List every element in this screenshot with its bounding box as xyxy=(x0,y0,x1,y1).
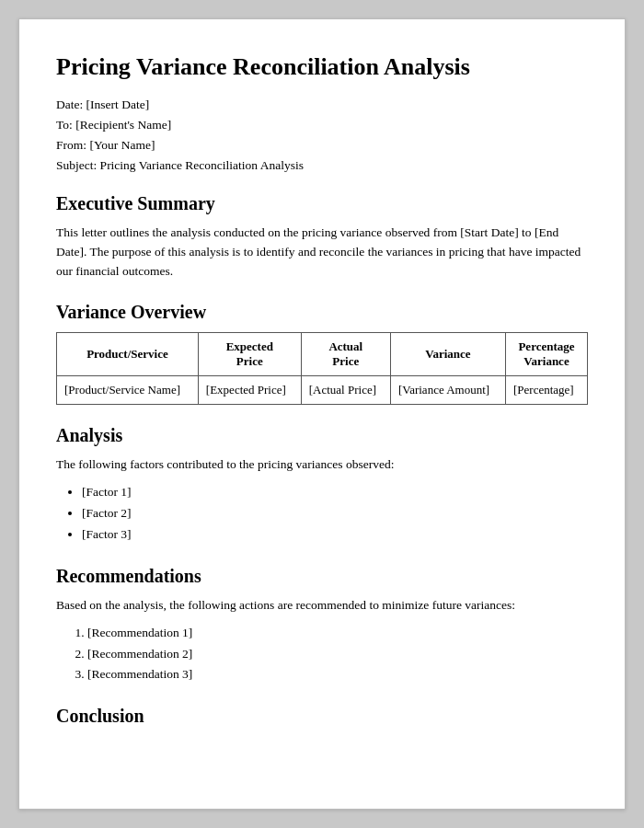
table-cell: [Expected Price] xyxy=(198,375,301,404)
document-container: Pricing Variance Reconciliation Analysis… xyxy=(18,18,626,810)
list-item: [Factor 3] xyxy=(82,524,588,546)
col-header-percentage: PercentageVariance xyxy=(505,332,587,375)
variance-overview-heading: Variance Overview xyxy=(56,302,588,323)
list-item: [Recommendation 1] xyxy=(87,623,588,644)
analysis-intro: The following factors contributed to the… xyxy=(56,455,588,475)
factors-list: [Factor 1][Factor 2][Factor 3] xyxy=(82,482,588,546)
meta-subject: Subject: Pricing Variance Reconciliation… xyxy=(56,158,588,173)
table-cell: [Actual Price] xyxy=(301,375,390,404)
col-header-expected: ExpectedPrice xyxy=(198,332,301,375)
col-header-variance: Variance xyxy=(390,332,505,375)
list-item: [Factor 2] xyxy=(82,503,588,524)
table-cell: [Variance Amount] xyxy=(390,375,505,404)
list-item: [Recommendation 3] xyxy=(87,664,588,685)
table-row: [Product/Service Name][Expected Price][A… xyxy=(57,375,588,404)
meta-from: From: [Your Name] xyxy=(56,138,588,153)
document-title: Pricing Variance Reconciliation Analysis xyxy=(56,52,588,81)
recommendations-heading: Recommendations xyxy=(56,566,588,587)
meta-date: Date: [Insert Date] xyxy=(56,98,588,112)
meta-to: To: [Recipient's Name] xyxy=(56,118,588,132)
recommendations-list: [Recommendation 1][Recommendation 2][Rec… xyxy=(87,623,588,686)
table-header-row: Product/Service ExpectedPrice ActualPric… xyxy=(57,332,588,375)
recommendations-intro: Based on the analysis, the following act… xyxy=(56,596,588,615)
variance-table: Product/Service ExpectedPrice ActualPric… xyxy=(56,332,588,405)
col-header-product: Product/Service xyxy=(57,332,199,375)
conclusion-heading: Conclusion xyxy=(56,706,588,727)
analysis-heading: Analysis xyxy=(56,425,588,446)
col-header-actual: ActualPrice xyxy=(301,332,390,375)
table-cell: [Percentage] xyxy=(505,375,587,404)
list-item: [Recommendation 2] xyxy=(87,644,588,665)
list-item: [Factor 1] xyxy=(82,482,588,503)
executive-summary-heading: Executive Summary xyxy=(56,193,588,214)
executive-summary-body: This letter outlines the analysis conduc… xyxy=(56,224,588,282)
table-cell: [Product/Service Name] xyxy=(57,375,199,404)
